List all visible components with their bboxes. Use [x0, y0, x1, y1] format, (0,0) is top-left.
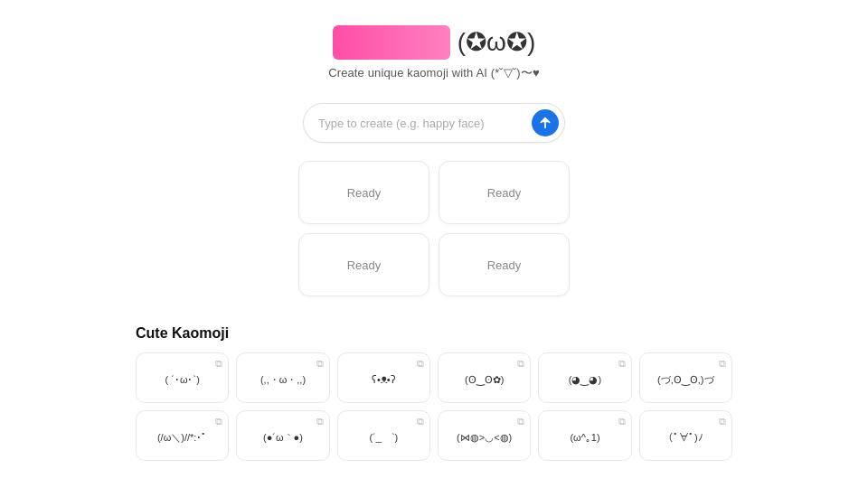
result-card-2: Ready [439, 161, 570, 224]
copy-icon[interactable]: ⧉ [719, 359, 726, 369]
result-card-3: Ready [298, 233, 429, 296]
kaomoji-grid-row1: ⧉ ( ´･ω･`) ⧉ (,,・ω・,,) ⧉ ʕ•ᴥ•ʔ ⧉ (ʘ‿ʘ✿) … [136, 352, 732, 403]
page-container: (✪ω✪) Create unique kaomoji with AI (*˘▽… [0, 0, 868, 479]
logo-emoji: (✪ω✪) [458, 30, 536, 55]
search-bar [303, 103, 565, 143]
arrow-up-icon [538, 116, 552, 130]
kaomoji-card: ⧉ (⋈◍>◡<◍) [438, 410, 531, 461]
copy-icon[interactable]: ⧉ [719, 417, 726, 427]
kaomoji-card: ⧉ ʕ•ᴥ•ʔ [337, 352, 430, 403]
copy-icon[interactable]: ⧉ [417, 359, 424, 369]
cards-grid: Ready Ready Ready Ready [298, 161, 570, 296]
copy-icon[interactable]: ⧉ [618, 417, 626, 427]
kaomoji-card: ⧉ (/ω＼)//*:･ﾟ [136, 410, 229, 461]
logo-bar [333, 25, 450, 60]
copy-icon[interactable]: ⧉ [215, 359, 222, 369]
header: (✪ω✪) Create unique kaomoji with AI (*˘▽… [328, 25, 540, 81]
kaomoji-card: ⧉ (´_ゝ`) [337, 410, 430, 461]
copy-icon[interactable]: ⧉ [417, 417, 424, 427]
kaomoji-grid-row2: ⧉ (/ω＼)//*:･ﾟ ⧉ (●´ω｀●) ⧉ (´_ゝ`) ⧉ (⋈◍>◡… [136, 410, 732, 461]
copy-icon[interactable]: ⧉ [215, 417, 222, 427]
tagline: Create unique kaomoji with AI (*˘▽˘)〜♥ [328, 65, 540, 81]
kaomoji-card: ⧉ (●´ω｀●) [236, 410, 329, 461]
copy-icon[interactable]: ⧉ [316, 417, 324, 427]
copy-icon[interactable]: ⧉ [316, 359, 324, 369]
result-card-4: Ready [439, 233, 570, 296]
copy-icon[interactable]: ⧉ [517, 417, 524, 427]
kaomoji-card: ⧉ (ʘ‿ʘ✿) [438, 352, 531, 403]
result-card-1: Ready [298, 161, 429, 224]
logo-row: (✪ω✪) [333, 25, 536, 60]
kaomoji-card: ⧉ (,,・ω・,,) [236, 352, 329, 403]
kaomoji-section-title: Cute Kaomoji [136, 325, 732, 342]
copy-icon[interactable]: ⧉ [618, 359, 626, 369]
kaomoji-card: ⧉ (ω^｡1) [538, 410, 631, 461]
search-button[interactable] [532, 109, 559, 136]
kaomoji-card: ⧉ (ﾟ∀ﾟ)ﾉ [639, 410, 732, 461]
kaomoji-card: ⧉ ( ´･ω･`) [136, 352, 229, 403]
kaomoji-card: ⧉ (づ,ʘ‿ʘ,)づ [639, 352, 732, 403]
search-input[interactable] [318, 117, 532, 130]
copy-icon[interactable]: ⧉ [517, 359, 524, 369]
kaomoji-section: Cute Kaomoji ⧉ ( ´･ω･`) ⧉ (,,・ω・,,) ⧉ ʕ•… [136, 325, 732, 461]
kaomoji-card: ⧉ (◕‿◕) [538, 352, 631, 403]
